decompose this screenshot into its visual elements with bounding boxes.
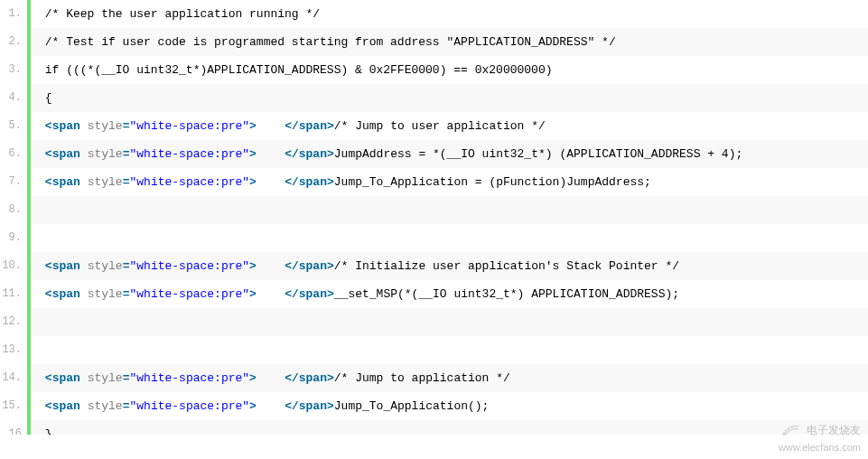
code-line-partial: 16 } xyxy=(0,420,868,435)
code-token: "white-space:pre" xyxy=(129,175,249,189)
watermark-url: www.elecfans.com xyxy=(779,441,861,454)
code-token: < xyxy=(45,371,52,385)
code-token: style xyxy=(88,371,123,385)
code-token: Jump_To_Application(); xyxy=(334,399,490,413)
code-token: </ xyxy=(285,287,299,301)
line-number: 1. xyxy=(0,0,27,28)
code-token xyxy=(80,259,88,273)
code-token xyxy=(80,399,88,413)
line-number: 7. xyxy=(0,168,27,196)
code-token: /* Test if user code is programmed start… xyxy=(38,35,616,49)
code-token xyxy=(257,259,285,273)
code-line: 3. if (((*(__IO uint32_t*)APPLICATION_AD… xyxy=(0,56,868,84)
line-number: 2. xyxy=(0,28,27,56)
line-number: 15. xyxy=(0,392,27,420)
code-token xyxy=(257,147,285,161)
code-token xyxy=(80,287,88,301)
code-line: 13. xyxy=(0,336,868,364)
code-line: 2. /* Test if user code is programmed st… xyxy=(0,28,868,56)
line-number: 6. xyxy=(0,140,27,168)
code-token xyxy=(38,259,45,273)
code-token: span xyxy=(52,399,80,413)
code-token: > xyxy=(249,371,257,385)
code-token xyxy=(257,371,285,385)
line-number: 3. xyxy=(0,56,27,84)
line-content[interactable]: <span style="white-space:pre"> </span>Ju… xyxy=(31,168,868,196)
code-line: 7. <span style="white-space:pre"> </span… xyxy=(0,168,868,196)
line-content[interactable]: <span style="white-space:pre"> </span>Ju… xyxy=(31,392,868,420)
code-token xyxy=(257,399,285,413)
code-token xyxy=(38,119,45,133)
line-content[interactable]: <span style="white-space:pre"> </span>/*… xyxy=(31,364,868,392)
line-content[interactable]: <span style="white-space:pre"> </span>/*… xyxy=(31,112,868,140)
code-token: span xyxy=(52,119,80,133)
code-token: /* Jump to application */ xyxy=(334,371,510,385)
line-number: 4. xyxy=(0,84,27,112)
code-token: span xyxy=(52,259,80,273)
code-line: 9. xyxy=(0,224,868,252)
code-token xyxy=(38,343,45,357)
code-token: > xyxy=(327,175,334,189)
code-token: __set_MSP(*(__IO uint32_t*) APPLICATION_… xyxy=(334,287,679,301)
code-token xyxy=(38,399,45,413)
code-line: 8. xyxy=(0,196,868,224)
code-token xyxy=(257,287,285,301)
code-token xyxy=(38,175,45,189)
line-content[interactable]: /* Keep the user application running */ xyxy=(31,0,868,28)
code-token: > xyxy=(249,259,257,273)
code-token: > xyxy=(249,287,257,301)
line-content[interactable] xyxy=(31,308,868,336)
code-token: > xyxy=(327,119,334,133)
code-token: </ xyxy=(285,147,299,161)
line-number: 16 xyxy=(0,420,27,435)
code-block: 1. /* Keep the user application running … xyxy=(0,0,868,435)
line-content[interactable] xyxy=(31,196,868,224)
code-token: < xyxy=(45,175,52,189)
code-token xyxy=(80,147,88,161)
line-number: 14. xyxy=(0,364,27,392)
watermark: 电子发烧友 www.elecfans.com xyxy=(779,421,861,454)
code-token: < xyxy=(45,147,52,161)
code-token: </ xyxy=(285,399,299,413)
code-token: span xyxy=(52,287,80,301)
code-token: span xyxy=(299,259,327,273)
code-token xyxy=(257,175,285,189)
code-token xyxy=(80,175,88,189)
line-content[interactable]: <span style="white-space:pre"> </span>/*… xyxy=(31,252,868,280)
code-token: span xyxy=(52,371,80,385)
code-token: span xyxy=(299,119,327,133)
line-content[interactable]: <span style="white-space:pre"> </span>__… xyxy=(31,280,868,308)
code-token: "white-space:pre" xyxy=(129,371,249,385)
code-token: /* Jump to user application */ xyxy=(334,119,546,133)
line-content[interactable] xyxy=(31,336,868,364)
code-token: { xyxy=(38,91,52,105)
code-token: </ xyxy=(285,259,299,273)
code-token: > xyxy=(327,371,334,385)
code-token: if (((*(__IO uint32_t*)APPLICATION_ADDRE… xyxy=(38,63,553,77)
line-number: 9. xyxy=(0,224,27,252)
line-content[interactable]: { xyxy=(31,84,868,112)
code-token xyxy=(38,203,45,217)
code-token: < xyxy=(45,259,52,273)
code-token: "white-space:pre" xyxy=(129,259,249,273)
line-content[interactable]: } xyxy=(31,420,868,435)
code-token xyxy=(80,119,88,133)
line-content[interactable] xyxy=(31,224,868,252)
watermark-title: 电子发烧友 xyxy=(807,424,861,436)
line-content[interactable]: /* Test if user code is programmed start… xyxy=(31,28,868,56)
code-line: 10. <span style="white-space:pre"> </spa… xyxy=(0,252,868,280)
line-content[interactable]: <span style="white-space:pre"> </span>Ju… xyxy=(31,140,868,168)
code-token: > xyxy=(327,147,334,161)
code-token: > xyxy=(327,259,334,273)
code-token: style xyxy=(88,287,123,301)
code-token: Jump_To_Application = (pFunction)JumpAdd… xyxy=(334,175,651,189)
code-token xyxy=(38,147,45,161)
code-token: style xyxy=(88,259,123,273)
code-token xyxy=(38,371,45,385)
code-token xyxy=(38,231,45,245)
code-token: style xyxy=(88,147,123,161)
code-token: </ xyxy=(285,119,299,133)
code-token: < xyxy=(45,287,52,301)
line-content[interactable]: if (((*(__IO uint32_t*)APPLICATION_ADDRE… xyxy=(31,56,868,84)
line-number: 11. xyxy=(0,280,27,308)
